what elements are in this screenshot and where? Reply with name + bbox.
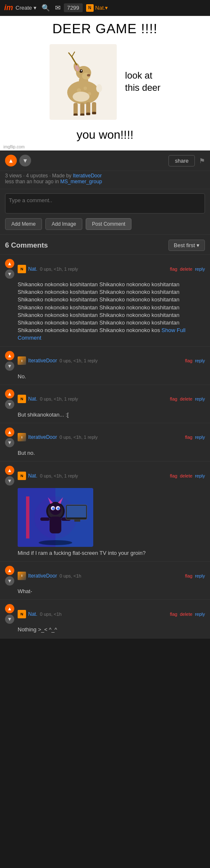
comment-downvote-1[interactable]: ▼: [5, 269, 14, 279]
comment-username-6: IterativeDoor: [28, 573, 57, 579]
comment-item-5: ▲ ▼ N Nat. 0 ups, <1h, 1 reply flag dele…: [0, 462, 210, 562]
comment-avatar-5: N: [18, 472, 26, 480]
add-meme-button[interactable]: Add Meme: [5, 218, 42, 230]
comment-meta-2: 0 ups, <1h, 1 reply: [60, 358, 185, 363]
comment-upvote-7[interactable]: ▲: [5, 604, 14, 613]
comment-upvote-1[interactable]: ▲: [5, 259, 14, 268]
comment-avatar-2: I: [18, 356, 26, 365]
comment-actions-2: flag reply: [185, 358, 205, 363]
comment-item: ▲ ▼ N Nat. 0 ups, <1h, 1 reply flag dele…: [0, 255, 210, 347]
meta-info: 3 views · 4 upvotes · Made by IterativeD…: [0, 171, 210, 189]
svg-point-38: [39, 540, 72, 545]
meme-inner: DEER GAME !!!!: [0, 17, 210, 150]
flag-link-4[interactable]: flag: [185, 435, 192, 440]
comment-avatar-3: N: [18, 395, 26, 403]
comment-actions-5: flag delete reply: [170, 473, 205, 478]
comment-vote-col-2: ▲ ▼: [5, 351, 14, 371]
comment-vote-col-4: ▲ ▼: [5, 427, 14, 447]
site-logo: im: [4, 3, 13, 12]
comment-actions-3: flag delete reply: [170, 396, 205, 401]
comment-downvote-5[interactable]: ▼: [5, 476, 14, 485]
comment-meta-4: 0 ups, <1h, 1 reply: [60, 435, 185, 440]
search-button[interactable]: 🔍: [42, 4, 50, 12]
imgflip-credit: imgflip.com: [0, 144, 210, 150]
comment-downvote-3[interactable]: ▼: [5, 400, 14, 409]
comment-downvote-4[interactable]: ▼: [5, 438, 14, 447]
comment-header-4: ▲ ▼ I IterativeDoor 0 ups, <1h, 1 reply …: [5, 427, 205, 447]
username-display: Nat.: [95, 5, 105, 11]
reply-link-4[interactable]: reply: [195, 435, 205, 440]
dropdown-arrow: ▾: [105, 5, 108, 11]
comment-username-4: IterativeDoor: [28, 434, 57, 440]
comment-downvote-7[interactable]: ▼: [5, 615, 14, 624]
delete-link-3[interactable]: delete: [180, 396, 192, 401]
mail-button[interactable]: ✉: [55, 4, 60, 12]
svg-rect-23: [92, 112, 96, 114]
share-button[interactable]: share: [168, 155, 195, 166]
comment-username-7: Nat.: [28, 611, 37, 617]
comment-item-2: ▲ ▼ I IterativeDoor 0 ups, <1h, 1 reply …: [0, 347, 210, 385]
comment-body-6: What-: [18, 588, 205, 595]
comment-vote-col-5: ▲ ▼: [5, 466, 14, 485]
delete-link-7[interactable]: delete: [180, 612, 192, 617]
comment-body-3: But shikanokotan... :[: [18, 411, 205, 419]
comment-upvote-5[interactable]: ▲: [5, 466, 14, 475]
reply-link-6[interactable]: reply: [195, 573, 205, 578]
comment-upvote-2[interactable]: ▲: [5, 351, 14, 360]
reply-link-2[interactable]: reply: [195, 358, 205, 363]
sort-button[interactable]: Best first ▾: [168, 240, 205, 251]
post-comment-button[interactable]: Post Comment: [86, 218, 131, 230]
time-label: less than an hour ago in: [5, 179, 59, 185]
flag-link-6[interactable]: flag: [185, 573, 192, 578]
comment-downvote-6[interactable]: ▼: [5, 576, 14, 586]
comment-body-2: No.: [18, 373, 205, 380]
comment-meta-1: 0 ups, <1h, 1 reply: [40, 266, 170, 272]
svg-rect-22: [86, 113, 90, 115]
comment-vote-col-3: ▲ ▼: [5, 389, 14, 409]
comment-upvote-3[interactable]: ▲: [5, 389, 14, 398]
flag-link-2[interactable]: flag: [185, 358, 192, 363]
comment-vote-col-7: ▲ ▼: [5, 604, 14, 624]
comments-header: 6 Comments Best first ▾: [0, 235, 210, 255]
svg-rect-21: [80, 113, 84, 116]
reply-link-7[interactable]: reply: [195, 612, 205, 617]
upvote-button[interactable]: ▲: [5, 155, 17, 166]
comment-header-3: ▲ ▼ N Nat. 0 ups, <1h, 1 reply flag dele…: [5, 389, 205, 409]
flag-link-1[interactable]: flag: [170, 266, 177, 272]
group-link[interactable]: MS_memer_group: [60, 179, 102, 185]
comment-actions-4: flag reply: [185, 435, 205, 440]
flag-link-7[interactable]: flag: [170, 612, 177, 617]
flag-link-3[interactable]: flag: [170, 396, 177, 401]
comment-header-5: ▲ ▼ N Nat. 0 ups, <1h, 1 reply flag dele…: [5, 466, 205, 485]
user-menu[interactable]: N Nat. ▾: [86, 4, 108, 12]
comment-image-5: [18, 488, 93, 547]
comment-header-2: ▲ ▼ I IterativeDoor 0 ups, <1h, 1 reply …: [5, 351, 205, 371]
comment-meta-5: 0 ups, <1h, 1 reply: [40, 473, 170, 478]
reply-link-5[interactable]: reply: [195, 473, 205, 478]
svg-point-4: [87, 74, 90, 77]
comment-item-3: ▲ ▼ N Nat. 0 ups, <1h, 1 reply flag dele…: [0, 385, 210, 423]
delete-link-5[interactable]: delete: [180, 473, 192, 478]
comment-downvote-2[interactable]: ▼: [5, 361, 14, 371]
show-full-link-1[interactable]: Show Full Comment: [18, 327, 186, 341]
reply-link-1[interactable]: reply: [195, 266, 205, 272]
delete-link-1[interactable]: delete: [180, 266, 192, 272]
comment-header-1: ▲ ▼ N Nat. 0 ups, <1h, 1 reply flag dele…: [5, 259, 205, 279]
add-image-button[interactable]: Add Image: [45, 218, 82, 230]
comment-item-7: ▲ ▼ N Nat. 0 ups, <1h flag delete reply …: [0, 600, 210, 638]
author-link[interactable]: IterativeDoor: [73, 173, 102, 179]
reply-link-3[interactable]: reply: [195, 396, 205, 401]
comment-upvote-6[interactable]: ▲: [5, 566, 14, 575]
flag-button[interactable]: ⚑: [199, 157, 205, 165]
flag-link-5[interactable]: flag: [170, 473, 177, 478]
comment-upvote-4[interactable]: ▲: [5, 427, 14, 437]
comment-textarea[interactable]: [5, 193, 205, 214]
svg-line-10: [68, 53, 72, 57]
comments-count: 6 Comments: [5, 241, 48, 250]
top-navigation: im Create ▾ 🔍 ✉ 7299 N Nat. ▾: [0, 0, 210, 16]
comment-body-4: But no.: [18, 449, 205, 457]
svg-rect-16: [74, 103, 78, 115]
create-button[interactable]: Create ▾: [16, 5, 37, 11]
meme-content-row: look atthis deer: [0, 40, 210, 124]
downvote-button[interactable]: ▼: [19, 155, 31, 166]
